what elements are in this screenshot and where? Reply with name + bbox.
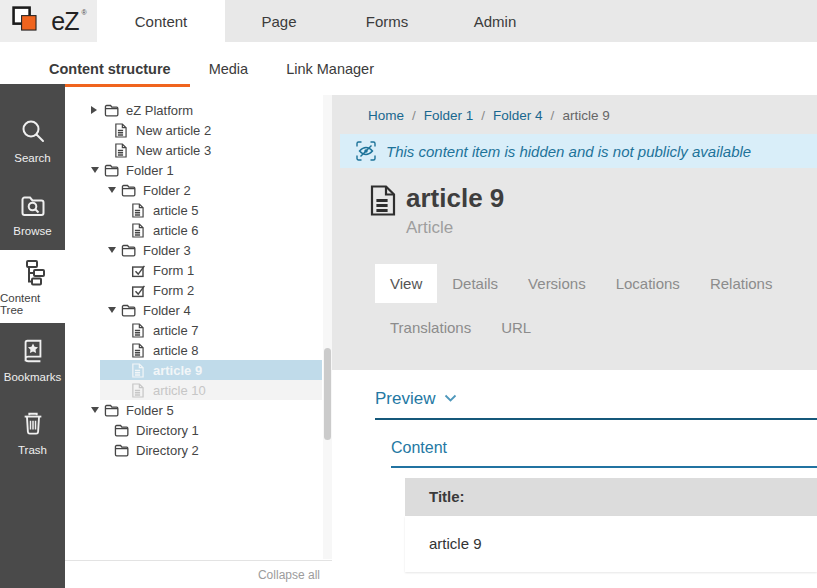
breadcrumb-link-folder-4[interactable]: Folder 4	[493, 108, 543, 123]
tab-url[interactable]: URL	[486, 308, 546, 347]
subnav-item-link-manager[interactable]: Link Manager	[267, 42, 393, 95]
tree-item-new-article-2[interactable]: New article 2	[65, 120, 332, 140]
caret-collapsed-icon[interactable]	[91, 106, 104, 114]
ez-logo[interactable]: eZ ®	[0, 0, 97, 42]
bookmarks-icon	[20, 336, 46, 366]
tree-item-article-8[interactable]: article 8	[65, 340, 332, 360]
sidebar-item-content-tree[interactable]: Content Tree	[0, 250, 65, 323]
breadcrumb-link-home[interactable]: Home	[368, 108, 404, 123]
caret-expanded-icon[interactable]	[91, 407, 104, 413]
folder-icon	[114, 423, 130, 437]
caret-expanded-icon[interactable]	[108, 307, 121, 313]
folder-icon	[121, 303, 137, 317]
tree-item-new-article-3[interactable]: New article 3	[65, 140, 332, 160]
tree-item-ez-platform[interactable]: eZ Platform	[65, 100, 332, 120]
tab-relations[interactable]: Relations	[695, 264, 788, 303]
caret-expanded-icon[interactable]	[91, 167, 104, 173]
article-icon	[114, 143, 130, 158]
sidebar-item-search[interactable]: Search	[0, 104, 65, 177]
sidebar-item-label: Trash	[18, 444, 47, 456]
tree-scrollbar-thumb[interactable]	[324, 348, 331, 440]
top-tab-forms[interactable]: Forms	[333, 0, 441, 42]
tree-item-folder-3[interactable]: Folder 3	[65, 240, 332, 260]
tree-item-directory-2[interactable]: Directory 2	[65, 440, 332, 460]
tree-scrollbar[interactable]	[323, 95, 332, 559]
content-title-block: article 9 Article	[368, 184, 817, 238]
folder-icon	[121, 243, 137, 257]
preview-section-toggle[interactable]: Preview	[375, 389, 817, 420]
caret-expanded-icon[interactable]	[108, 247, 121, 253]
tree-item-article-6[interactable]: article 6	[65, 220, 332, 240]
logo-text: eZ	[51, 7, 78, 36]
breadcrumb-separator: /	[551, 108, 555, 123]
tree-item-label: Folder 1	[126, 163, 174, 178]
tree-item-article-5[interactable]: article 5	[65, 200, 332, 220]
tab-view[interactable]: View	[375, 264, 437, 303]
subnav-item-media[interactable]: Media	[190, 42, 268, 95]
breadcrumb: Home/Folder 1/Folder 4/article 9	[332, 95, 817, 134]
notice-text: This content item is hidden and is not p…	[386, 143, 751, 160]
folder-icon	[104, 403, 120, 417]
browse-icon	[19, 190, 47, 220]
tab-versions[interactable]: Versions	[513, 264, 601, 303]
top-navigation: eZ ® ContentPageFormsAdmin	[0, 0, 817, 42]
sidebar-item-label: Browse	[13, 225, 51, 237]
left-icon-sidebar: SearchBrowseContent TreeBookmarksTrash	[0, 84, 65, 588]
tree-item-label: article 5	[153, 203, 199, 218]
tree-item-label: Folder 3	[143, 243, 191, 258]
tab-locations[interactable]: Locations	[601, 264, 695, 303]
top-tab-admin[interactable]: Admin	[441, 0, 549, 42]
tab-translations[interactable]: Translations	[375, 308, 486, 347]
hidden-content-notice: This content item is hidden and is not p…	[340, 134, 817, 168]
secondary-navigation: Content structureMediaLink Manager	[0, 42, 817, 95]
trash-icon	[20, 409, 46, 439]
content-view-area: Preview Content Title:article 9	[332, 370, 817, 588]
tree-item-folder-4[interactable]: Folder 4	[65, 300, 332, 320]
search-icon	[19, 117, 47, 147]
tree-item-article-10[interactable]: article 10	[65, 380, 332, 400]
tree-item-article-7[interactable]: article 7	[65, 320, 332, 340]
form-icon	[131, 283, 147, 298]
chevron-down-icon	[444, 394, 457, 403]
ez-platform-admin: eZ ® ContentPageFormsAdmin Content struc…	[0, 0, 817, 588]
tree-footer: Collapse all	[65, 560, 332, 588]
article-icon	[131, 343, 147, 358]
content-tree-panel: eZ PlatformNew article 2New article 3Fol…	[65, 95, 332, 588]
article-icon	[131, 383, 147, 398]
collapse-all-link[interactable]: Collapse all	[258, 568, 320, 582]
tree-item-label: Folder 5	[126, 403, 174, 418]
tree-item-form-1[interactable]: Form 1	[65, 260, 332, 280]
tree-item-label: New article 2	[136, 123, 211, 138]
sidebar-item-trash[interactable]: Trash	[0, 396, 65, 469]
sidebar-item-label: Bookmarks	[4, 371, 62, 383]
content-tabs: ViewDetailsVersionsLocationsRelationsTra…	[375, 264, 815, 347]
caret-expanded-icon[interactable]	[108, 187, 121, 193]
field-name: Title:	[405, 478, 817, 516]
tree-item-label: New article 3	[136, 143, 211, 158]
ez-logo-icon	[9, 6, 47, 37]
tree-item-folder-2[interactable]: Folder 2	[65, 180, 332, 200]
tree-item-label: eZ Platform	[126, 103, 193, 118]
tree-item-directory-1[interactable]: Directory 1	[65, 420, 332, 440]
tree-item-label: Folder 4	[143, 303, 191, 318]
tree-item-article-9[interactable]: article 9	[65, 360, 332, 380]
tree-item-label: article 7	[153, 323, 199, 338]
tree-item-form-2[interactable]: Form 2	[65, 280, 332, 300]
tree-item-folder-5[interactable]: Folder 5	[65, 400, 332, 420]
tab-details[interactable]: Details	[437, 264, 513, 303]
article-icon	[131, 363, 147, 378]
sidebar-item-browse[interactable]: Browse	[0, 177, 65, 250]
sidebar-item-bookmarks[interactable]: Bookmarks	[0, 323, 65, 396]
content-tree: eZ PlatformNew article 2New article 3Fol…	[65, 95, 332, 460]
tree-item-folder-1[interactable]: Folder 1	[65, 160, 332, 180]
top-tab-page[interactable]: Page	[225, 0, 333, 42]
content-tree-icon	[19, 257, 46, 287]
hidden-eye-icon	[356, 141, 376, 161]
registered-mark: ®	[82, 9, 87, 16]
content-type-label: Article	[406, 218, 504, 238]
top-tab-content[interactable]: Content	[97, 0, 225, 42]
breadcrumb-link-folder-1[interactable]: Folder 1	[424, 108, 474, 123]
folder-icon	[104, 163, 120, 177]
article-icon	[131, 323, 147, 338]
page-title: article 9	[406, 184, 504, 213]
